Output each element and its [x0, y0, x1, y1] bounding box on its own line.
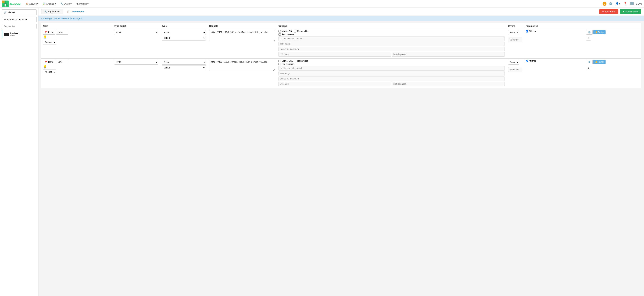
- ssl-checkbox-1[interactable]: [278, 30, 281, 32]
- nav-items: 🏠 Accueil ▾ 📊 Analyse ▾ 🔧 Outils ▾ 🔌 Plu…: [24, 1, 602, 6]
- parametres-cell-2: Afficher: [524, 58, 584, 88]
- afficher-checkbox-1[interactable]: [526, 30, 528, 32]
- home-icon: 🏠: [26, 2, 28, 5]
- response-input-2[interactable]: [278, 66, 505, 70]
- icone-button-1[interactable]: 🚩 Icone: [43, 30, 55, 34]
- request-textarea-2[interactable]: [209, 60, 275, 71]
- minus-icon: ⊖: [602, 10, 604, 13]
- tester-button-1[interactable]: 🔔 Tester: [593, 30, 606, 34]
- essais-input-1[interactable]: [278, 47, 505, 51]
- add-device-button[interactable]: ⊕ Ajouter un dispositif: [2, 16, 36, 22]
- divers-select-1[interactable]: Auco: [508, 30, 519, 35]
- valeur-input-2[interactable]: [508, 67, 522, 72]
- device-info: lumiere salon: [10, 32, 18, 37]
- tab-equipement[interactable]: 🔧 Equipement: [41, 9, 63, 14]
- user-icon[interactable]: 👤▾: [615, 1, 621, 6]
- options-cell-2: Vérifier SSL Retour vide Pas d'erreurs: [277, 58, 506, 88]
- pas-erreurs-row-1: Pas d'erreurs: [278, 33, 505, 36]
- commands-icon: 📋: [67, 10, 70, 13]
- info-message-text: - Message : mettre #title# et #message#: [41, 17, 82, 20]
- aucune-select-1[interactable]: Aucune: [43, 40, 56, 45]
- nav-accueil[interactable]: 🏠 Accueil ▾: [24, 1, 40, 6]
- type-defaut-select-1[interactable]: Défaut: [162, 36, 206, 40]
- type-cell-2: Action Défaut: [160, 58, 208, 88]
- action-buttons-1: ⚙️ 🔔 Tester ⧉: [586, 30, 640, 40]
- info-bar: - Message : mettre #title# et #message#: [38, 16, 644, 21]
- type-cell-1: Action Défaut: [160, 29, 208, 58]
- timeout-input-2[interactable]: [278, 71, 505, 76]
- nom-top-row: 🚩 Icone: [43, 30, 111, 34]
- retour-vide-checkbox-2[interactable]: [294, 60, 296, 62]
- icone-label-2: Icone: [48, 61, 53, 63]
- copy-button-1[interactable]: ⧉: [586, 36, 591, 40]
- user-input-2[interactable]: [278, 82, 391, 86]
- http-select-1[interactable]: HTTP: [114, 30, 158, 35]
- request-textarea-1[interactable]: [209, 30, 275, 41]
- add-device-label: Ajouter un dispositif: [7, 18, 27, 21]
- type-defaut-select-2[interactable]: Défaut: [162, 65, 206, 70]
- ssl-row-2: Vérifier SSL Retour vide: [278, 60, 505, 62]
- ssl-checkbox-2[interactable]: [278, 60, 281, 62]
- valeur-input-1[interactable]: [508, 37, 522, 42]
- type-action-select-2[interactable]: Action: [162, 60, 206, 65]
- main-content: 🔧 Equipement 📋 Commandes ⊖ Supprimer ✔ S…: [38, 8, 644, 296]
- chevron-down-icon: ▾: [55, 2, 56, 5]
- response-input-1[interactable]: [278, 36, 505, 41]
- check-icon: ✔: [622, 10, 624, 13]
- divers-select-2[interactable]: Auco: [508, 60, 519, 65]
- device-sub: salon: [10, 34, 18, 37]
- market-button[interactable]: 🛒 Market: [2, 9, 36, 15]
- pas-erreurs-label: Pas d'erreurs: [282, 33, 294, 36]
- search-input[interactable]: [2, 24, 36, 29]
- gear-button-2[interactable]: ⚙️: [586, 60, 592, 64]
- col-options: Options: [277, 23, 506, 29]
- brand-name: JEEDOM: [10, 2, 20, 5]
- name-input-2[interactable]: [56, 60, 68, 64]
- chevron-down-icon: ▾: [70, 2, 72, 5]
- nav-outils[interactable]: 🔧 Outils ▾: [59, 1, 74, 6]
- delete-button[interactable]: ⊖ Supprimer: [599, 9, 618, 14]
- name-input-1[interactable]: [56, 30, 68, 34]
- col-nom: Nom: [41, 23, 112, 29]
- pas-erreurs-row-2: Pas d'erreurs: [278, 63, 505, 65]
- pwd-input-1[interactable]: [392, 52, 505, 57]
- nom-top-row-2: 🚩 Icone: [43, 60, 111, 64]
- brand-logo[interactable]: JEEDOM: [2, 0, 20, 7]
- parametres-cell-1: Afficher: [524, 29, 584, 58]
- col-divers: Divers: [506, 23, 524, 29]
- sidebar-device-item[interactable]: lumiere salon: [2, 30, 36, 38]
- info-icon[interactable]: ℹ️: [630, 1, 634, 6]
- copy-button-2[interactable]: ⧉: [586, 66, 591, 70]
- icone-button-2[interactable]: 🚩 Icone: [43, 60, 55, 64]
- tester-button-2[interactable]: 🔔 Tester: [593, 60, 606, 64]
- type-script-cell-1: HTTP: [112, 29, 160, 58]
- type-stack-1: Action Défaut: [162, 30, 206, 40]
- retour-vide-checkbox-1[interactable]: [294, 30, 296, 32]
- help-icon[interactable]: ❓: [623, 1, 628, 6]
- aucune-row-2: Aucune: [43, 69, 111, 74]
- sidebar: 🛒 Market ⊕ Ajouter un dispositif lumiere…: [0, 8, 38, 296]
- nav-plugins[interactable]: 🔌 Plugins ▾: [74, 1, 90, 6]
- ssl-label: Vérifier SSL: [282, 30, 293, 32]
- timeout-input-1[interactable]: [278, 41, 505, 46]
- save-button[interactable]: ✔ Sauvegarder: [620, 9, 641, 14]
- user-input-1[interactable]: [278, 52, 391, 57]
- afficher-checkbox-2[interactable]: [526, 60, 528, 62]
- icone-label: Icone: [48, 31, 53, 33]
- essais-input-2[interactable]: [278, 76, 505, 81]
- type-action-select-1[interactable]: Action: [162, 30, 206, 35]
- afficher-label-1: Afficher: [529, 30, 536, 32]
- nom-cell-2: 🚩 Icone 💡 Aucune: [41, 58, 112, 88]
- pwd-input-2[interactable]: [392, 82, 505, 86]
- pas-erreurs-checkbox-2[interactable]: [278, 63, 281, 65]
- gear-button-1[interactable]: ⚙️: [586, 30, 592, 34]
- afficher-row-1: Afficher: [526, 30, 583, 32]
- tab-commandes[interactable]: 📋 Commandes: [64, 9, 87, 14]
- pas-erreurs-checkbox-1[interactable]: [278, 33, 281, 36]
- nav-analyse[interactable]: 📊 Analyse ▾: [41, 1, 58, 6]
- http-select-2[interactable]: HTTP: [114, 60, 158, 65]
- aucune-select-2[interactable]: Aucune: [43, 69, 56, 74]
- settings-icon[interactable]: ⚙️: [608, 1, 613, 6]
- notification-badge[interactable]: 2: [602, 2, 606, 6]
- actions-cell-1: ⚙️ 🔔 Tester ⧉: [584, 29, 641, 58]
